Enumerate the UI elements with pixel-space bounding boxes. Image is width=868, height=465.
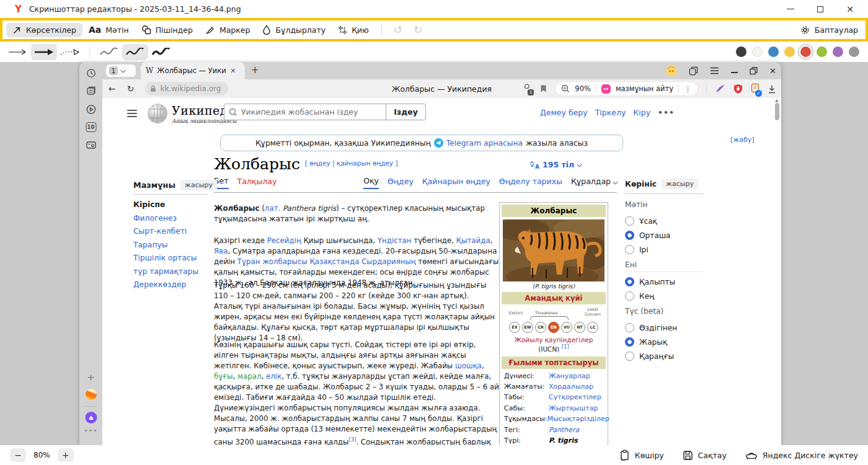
- appearance-hide-button[interactable]: жасыру: [662, 179, 698, 189]
- editor-canvas[interactable]: 10 + ••• 1 W Жолба: [0, 62, 868, 445]
- screenshot-icon[interactable]: [86, 140, 96, 151]
- option-text-large[interactable]: Ірі: [625, 245, 703, 254]
- option-text-medium[interactable]: Орташа: [625, 231, 703, 240]
- history-icon[interactable]: [86, 68, 96, 80]
- login-link[interactable]: Кіру: [633, 108, 650, 117]
- status-ref[interactable]: [1]: [562, 343, 569, 350]
- tab-close-icon[interactable]: ✕: [230, 67, 236, 75]
- toc-item-phylogenesis[interactable]: Филогенез: [133, 214, 208, 223]
- donate-link[interactable]: Демеу беру: [540, 108, 588, 117]
- color-swatch-red-selected[interactable]: [800, 46, 811, 57]
- sidebar-add-icon[interactable]: +: [87, 372, 95, 383]
- yandex-search-app-icon[interactable]: [86, 389, 97, 400]
- option-theme-light[interactable]: Жарық: [625, 337, 703, 347]
- bookmark-icon[interactable]: [540, 84, 547, 93]
- option-theme-dark[interactable]: Қараңғы: [625, 352, 703, 361]
- zoom-in-button[interactable]: +: [58, 448, 74, 462]
- tab-read[interactable]: Оқу: [363, 176, 379, 189]
- menu-icon[interactable]: [710, 67, 719, 74]
- radio-icon[interactable]: [625, 216, 634, 226]
- browser-restore-icon[interactable]: [750, 67, 758, 75]
- color-swatch-black[interactable]: [736, 46, 746, 57]
- profile-avatar[interactable]: [666, 65, 677, 76]
- save-button[interactable]: Сақтау: [683, 450, 727, 461]
- toc-item-appearance[interactable]: Сырт-келбеті: [133, 227, 208, 236]
- radio-icon[interactable]: [625, 231, 634, 240]
- wiki-menu-icon[interactable]: [127, 108, 137, 119]
- copy-button[interactable]: Көшіру: [619, 450, 664, 461]
- radio-icon[interactable]: [625, 245, 634, 254]
- scroll-up-icon[interactable]: ▲: [775, 98, 778, 103]
- tab-tools[interactable]: Құралдар: [571, 177, 617, 189]
- tab-edit[interactable]: Өңдеу: [388, 177, 414, 189]
- tool-arrows[interactable]: Көрсеткілер: [6, 23, 82, 37]
- tab-history[interactable]: Өңделу тарихы: [499, 177, 562, 189]
- new-tab-button[interactable]: +: [251, 64, 259, 76]
- tool-text[interactable]: Aa Мәтін: [82, 22, 135, 37]
- toc-item-distribution[interactable]: Тарапуы: [133, 241, 208, 249]
- tab-edit-source[interactable]: Қайнарын өңдеу: [422, 177, 490, 189]
- alice-assistant-icon[interactable]: [85, 412, 97, 423]
- url-field[interactable]: kk.wikipedia.org: [145, 82, 228, 95]
- option-text-small[interactable]: Ұсақ: [625, 216, 703, 226]
- undo-button[interactable]: ↺: [388, 24, 408, 36]
- tool-marker[interactable]: Маркер: [199, 22, 257, 37]
- arrow-style-thick[interactable]: [31, 44, 57, 60]
- telegram-link[interactable]: Telegram арнасына: [446, 139, 523, 148]
- settings-button[interactable]: Баптаулар: [800, 25, 858, 35]
- scrollbar-thumb[interactable]: [775, 103, 779, 120]
- pen-edit-icon[interactable]: [715, 84, 725, 94]
- browser-minimize-icon[interactable]: [731, 72, 738, 73]
- squiggle-style-medium[interactable]: [122, 44, 148, 60]
- close-button[interactable]: ✕: [846, 5, 854, 14]
- color-swatch-blue[interactable]: [768, 46, 779, 57]
- browser-zoom-value[interactable]: 90%: [575, 84, 591, 93]
- protect-shield-icon[interactable]: [733, 84, 743, 94]
- tab-count-badge[interactable]: 10: [86, 122, 96, 132]
- browser-close-icon[interactable]: ✕: [769, 66, 776, 76]
- arrow-style-dotted[interactable]: [57, 44, 83, 60]
- radio-icon[interactable]: [625, 277, 634, 286]
- yandex-disk-upload-button[interactable]: Яндекс Дискіге жүктеу: [745, 450, 858, 460]
- tiger-image[interactable]: [503, 219, 604, 281]
- wikipedia-globe-logo[interactable]: [147, 103, 168, 126]
- color-swatch-green[interactable]: [817, 46, 827, 57]
- arrow-style-thin[interactable]: [5, 44, 31, 60]
- share-icon[interactable]: 1: [522, 83, 532, 94]
- toc-item-references[interactable]: Дереккөздер: [133, 280, 208, 289]
- radio-icon[interactable]: [625, 291, 634, 301]
- toc-item-intro[interactable]: Кіріспе: [133, 200, 208, 209]
- search-button[interactable]: Іздеу: [386, 104, 425, 120]
- option-width-wide[interactable]: Кең: [625, 291, 703, 301]
- color-swatch-yellow[interactable]: [784, 46, 795, 57]
- search-input[interactable]: [237, 107, 386, 117]
- color-swatch-white[interactable]: [752, 46, 763, 57]
- active-tab[interactable]: W Жолбарыс — Уикипед ✕: [141, 62, 245, 79]
- tool-crop[interactable]: Қию: [332, 23, 375, 37]
- language-selector[interactable]: A 195 тіл: [529, 160, 581, 169]
- tool-blur[interactable]: Бұлдырлату: [256, 22, 332, 37]
- zoom-out-button[interactable]: −: [10, 448, 26, 462]
- back-icon[interactable]: ←: [108, 84, 116, 94]
- translate-doc-icon[interactable]: ✓: [751, 83, 760, 95]
- radio-icon[interactable]: [625, 337, 634, 347]
- register-link[interactable]: Тіркелу: [595, 108, 626, 117]
- zoom-out-icon[interactable]: [561, 84, 570, 93]
- read-aloud-label[interactable]: мазмұнын айту: [616, 84, 673, 93]
- more-options-icon[interactable]: ⋮: [684, 84, 692, 94]
- toc-item-subspecies[interactable]: түр тармақтары: [133, 267, 208, 276]
- status-link[interactable]: Жойылу қаупіндегілер: [515, 336, 593, 343]
- download-icon[interactable]: [768, 84, 776, 94]
- color-swatch-gray[interactable]: [849, 46, 859, 57]
- sidebar-more-icon[interactable]: •••: [84, 427, 97, 435]
- radio-icon[interactable]: [625, 323, 634, 332]
- page-scrollbar[interactable]: ▲: [774, 98, 780, 445]
- more-header-icon[interactable]: •••: [658, 108, 675, 117]
- tabs-panel-icon[interactable]: [86, 86, 96, 97]
- squiggle-style-thin[interactable]: [96, 44, 122, 60]
- color-swatch-purple[interactable]: [833, 46, 843, 57]
- side-panel-icon[interactable]: [689, 66, 698, 76]
- redo-button[interactable]: ↻: [408, 24, 428, 36]
- play-icon[interactable]: [86, 104, 96, 117]
- title-edit-links[interactable]: [ өңдеу | қайнарын өңдеу ]: [305, 159, 398, 167]
